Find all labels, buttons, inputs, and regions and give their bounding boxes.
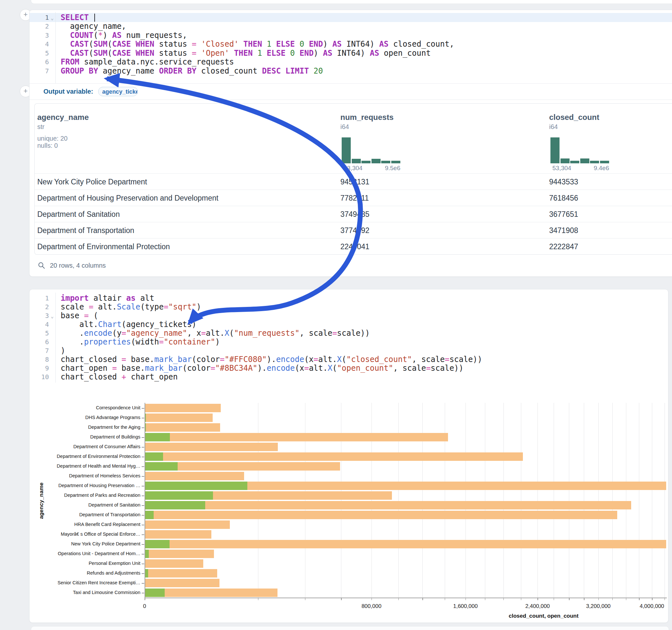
code-line[interactable]: 4 CAST(SUM(CASE WHEN status = 'Closed' T…	[29, 40, 672, 49]
code-line[interactable]: 4 alt.Chart(agency_tickets)	[29, 320, 668, 329]
x-axis-tick	[521, 598, 522, 600]
line-number: 8	[29, 356, 49, 363]
code-line[interactable]: 9chart_open = base.mark_bar(color="#8BC3…	[29, 364, 668, 372]
y-axis-label: Operations Unit - Department of Hom…	[29, 551, 140, 556]
notebook-page: + + 1⌄SELECT 2 agency_name,3 COUNT(*) AS…	[0, 0, 672, 630]
cell-value: 9453131	[340, 177, 369, 186]
x-axis-tick	[341, 598, 342, 600]
y-axis-label: Taxi and Limousine Commission	[29, 590, 140, 595]
code-line[interactable]: 2scale = alt.Scale(type="sqrt")	[29, 302, 668, 311]
x-axis-tick-label: 0	[125, 603, 164, 610]
chart-gridline	[537, 403, 538, 598]
code-line[interactable]: 7)	[29, 346, 668, 355]
code-line[interactable]: 6 .properties(width="container")	[29, 337, 668, 346]
y-axis-tick	[142, 457, 144, 457]
bar-closed-count	[145, 501, 631, 509]
search-icon[interactable]	[38, 262, 45, 269]
line-number: 4	[29, 320, 49, 328]
output-variable-row: Output variable: agency_tickets	[29, 83, 672, 100]
x-axis-tick-label: 2,400,000	[518, 603, 557, 610]
code-line[interactable]: 10chart_closed + chart_open	[29, 372, 668, 381]
y-axis-tick	[142, 593, 144, 593]
column-stat: unique: 20	[37, 135, 67, 142]
code-line[interactable]: 3⌄base = (	[29, 311, 668, 320]
previous-cell-edge	[31, 0, 672, 4]
table-row[interactable]: Department of Housing Preservation and D…	[35, 190, 672, 206]
output-variable-pill[interactable]: agency_tickets	[98, 87, 138, 96]
x-axis-tick-label: 1,600,000	[446, 603, 485, 610]
code-text: base = (	[55, 311, 98, 320]
y-axis-label: Department of Consumer Affairs	[29, 444, 140, 449]
collapse-chevron-icon[interactable]: ⌄	[49, 313, 55, 319]
python-cell: 1import altair as alt2scale = alt.Scale(…	[29, 289, 668, 623]
cell-agency-name: Department of Transportation	[37, 226, 134, 235]
table-row[interactable]: Department of Sanitation37494853677651	[35, 206, 672, 222]
sql-editor[interactable]: 1⌄SELECT 2 agency_name,3 COUNT(*) AS num…	[29, 13, 672, 75]
cell-value: 3677651	[549, 210, 578, 219]
table-row[interactable]: Department of Transportation377489234719…	[35, 222, 672, 239]
code-line[interactable]: 7GROUP BY agency_name ORDER BY closed_co…	[29, 67, 672, 75]
y-axis-label: Department of Housing Preservation …	[29, 483, 140, 488]
column-name[interactable]: closed_count	[549, 113, 599, 122]
column-histogram	[550, 137, 612, 163]
line-number: 7	[29, 347, 49, 355]
y-axis-tick	[142, 563, 144, 564]
chart-gridline	[639, 403, 639, 598]
bar-open-count	[145, 569, 148, 578]
x-axis-tick	[371, 598, 372, 600]
x-axis-tick-label: 800,000	[352, 603, 391, 610]
x-axis-tick	[626, 598, 627, 600]
cell-value: 2222847	[549, 242, 578, 251]
column-name[interactable]: num_requests	[340, 113, 393, 122]
y-axis-tick	[142, 437, 144, 438]
code-line[interactable]: 5 .encode(y="agency_name", x=alt.X("num_…	[29, 329, 668, 337]
y-axis-label: New York City Police Department	[29, 541, 140, 547]
y-axis-tick	[142, 408, 144, 409]
collapse-chevron-icon[interactable]: ⌄	[49, 15, 55, 21]
bar-open-count	[145, 511, 154, 519]
column-histogram	[342, 137, 403, 163]
x-axis-tick	[503, 598, 504, 600]
code-text: import altair as alt	[55, 294, 154, 303]
code-text: )	[55, 346, 65, 355]
y-axis-label: Personal Exemption Unit	[29, 561, 140, 566]
bar-open-count	[145, 491, 213, 500]
code-line[interactable]: 5 CAST(SUM(CASE WHEN status = 'Open' THE…	[29, 49, 672, 58]
y-axis-label: Refunds and Adjustments	[29, 571, 140, 576]
code-line[interactable]: 1import altair as alt	[29, 294, 668, 302]
chart-gridline	[598, 403, 599, 598]
bar-open-count	[145, 501, 205, 509]
bar-closed-count	[145, 559, 203, 568]
bar-closed-count	[145, 579, 219, 587]
code-line[interactable]: 6FROM sample_data.nyc.service_requests	[29, 58, 672, 67]
y-axis-label: Correspondence Unit	[29, 405, 140, 410]
code-line[interactable]: 8chart_closed = base.mark_bar(color="#FF…	[29, 355, 668, 364]
bar-open-count	[145, 462, 178, 470]
bar-closed-count	[145, 540, 666, 548]
x-axis-tick	[399, 598, 399, 600]
histogram-bar	[590, 161, 599, 163]
bar-closed-count	[145, 530, 211, 539]
bar-open-count	[145, 433, 170, 441]
x-axis-tick	[485, 598, 486, 600]
table-row[interactable]: New York City Police Department945313194…	[35, 173, 672, 190]
y-axis-label: Department of Environmental Protection	[29, 454, 140, 459]
code-line[interactable]: 2 agency_name,	[29, 22, 672, 31]
table-row[interactable]: Department of Environmental Protection22…	[35, 238, 672, 255]
chart-gridline	[371, 403, 372, 598]
y-axis-tick	[142, 515, 144, 516]
code-text: chart_closed = base.mark_bar(color="#FFC…	[55, 355, 482, 364]
chart-gridline	[521, 403, 521, 598]
code-text: COUNT(*) AS num_requests,	[55, 31, 187, 40]
next-cell-edge	[31, 626, 669, 630]
code-text: GROUP BY agency_name ORDER BY closed_cou…	[55, 67, 323, 75]
code-line[interactable]: 1⌄SELECT	[29, 13, 672, 22]
code-line[interactable]: 3 COUNT(*) AS num_requests,	[29, 31, 672, 40]
histogram-bar	[580, 159, 589, 163]
python-editor[interactable]: 1import altair as alt2scale = alt.Scale(…	[29, 294, 668, 381]
y-axis-tick	[142, 583, 144, 584]
column-name[interactable]: agency_name	[37, 113, 89, 122]
bar-closed-count	[145, 423, 220, 432]
code-text: chart_open = base.mark_bar(color="#8BC34…	[55, 364, 463, 373]
x-axis-tick	[445, 598, 446, 600]
